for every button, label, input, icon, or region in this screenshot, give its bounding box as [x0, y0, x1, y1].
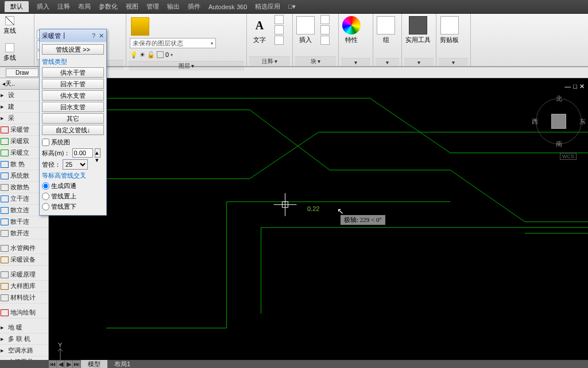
layer-current-combo[interactable]: 💡 ☀ 🔓 0 ▾	[130, 49, 173, 60]
menu-tab-manage[interactable]: 管理	[146, 2, 159, 11]
layout1-tab[interactable]: 布局1	[107, 360, 137, 369]
palette-item[interactable]: ▸多 联 机	[0, 334, 48, 345]
nav-next-icon[interactable]: ▶	[65, 361, 73, 368]
line-label: 直线	[3, 26, 16, 35]
leader-icon[interactable]	[274, 25, 284, 34]
pipe-type-label: 管线类型	[42, 57, 104, 66]
viewcube-south[interactable]: 南	[556, 140, 562, 148]
polyline-icon	[5, 43, 14, 52]
other-pipe-button[interactable]: 其它	[42, 113, 104, 124]
supply-main-button[interactable]: 供水干管	[42, 67, 104, 78]
nav-first-icon[interactable]: ⏮	[49, 361, 57, 368]
insert-button[interactable]: 插入	[295, 15, 316, 45]
menu-tab-view[interactable]: 视图	[126, 2, 138, 11]
panel-title-text: 采暖管┃	[42, 32, 67, 40]
viewcube-west[interactable]: 西	[532, 117, 538, 126]
wcs-label[interactable]: WCS	[560, 153, 577, 160]
return-branch-button[interactable]: 回水支管	[42, 102, 104, 112]
bulb-icon: 💡	[130, 51, 138, 59]
cross-under-radio[interactable]	[42, 203, 49, 210]
menu-tab-default[interactable]: 默认	[5, 1, 29, 12]
cross-4way-radio[interactable]	[42, 182, 49, 190]
pipe-settings-button[interactable]: 管线设置 >>	[42, 44, 104, 55]
nav-prev-icon[interactable]: ◀	[57, 361, 65, 368]
menu-tab-insert[interactable]: 插入	[37, 2, 49, 11]
dim-icon[interactable]	[274, 15, 284, 24]
annot-group-title[interactable]: 注释 ▾	[249, 56, 290, 66]
lock-icon: 🔓	[147, 51, 155, 59]
sun-icon: ☀	[140, 51, 145, 59]
elevation-spinner[interactable]: ▴▾	[95, 148, 100, 158]
cursor-arrow-icon: ↖	[337, 206, 344, 216]
palette-item[interactable]: 大样图库	[0, 281, 48, 292]
utilities-button[interactable]: 实用工具	[404, 15, 432, 45]
layers-icon[interactable]	[131, 17, 149, 36]
menu-tab-parametric[interactable]: 参数化	[99, 2, 118, 11]
viewcube-north[interactable]: 北	[556, 94, 562, 103]
palette-item[interactable]: ▸地 暖	[0, 322, 48, 334]
menu-tab-annotate[interactable]: 注释	[57, 2, 70, 11]
cross-over-radio[interactable]	[42, 193, 49, 200]
palette-item[interactable]: ▸空调水路	[0, 345, 48, 356]
view-cube[interactable]: 北 南 西 东	[533, 95, 585, 147]
menu-tab-layout[interactable]: 布局	[78, 2, 91, 11]
palette-item[interactable]: 采暖设备	[0, 254, 48, 266]
svg-text:Y: Y	[58, 343, 63, 348]
clipboard-button[interactable]: 剪贴板	[439, 15, 460, 45]
diameter-select[interactable]: 25	[63, 159, 88, 170]
menu-tab-autodesk360[interactable]: Autodesk 360	[208, 3, 247, 10]
supply-branch-button[interactable]: 供水支管	[42, 90, 104, 101]
color-wheel-icon	[342, 16, 361, 34]
layer-group-title[interactable]: 图层 ▾	[129, 61, 244, 71]
elevation-input[interactable]	[72, 148, 93, 158]
table-icon[interactable]	[274, 36, 284, 45]
attrib-icon[interactable]	[320, 36, 330, 45]
palette-item[interactable]: 材料统计	[0, 292, 48, 304]
drawing-canvas[interactable]: — □ ✕ 北 南 西 东 WCS 0.22 ↖ 极轴: 229 < 0° X …	[49, 78, 588, 360]
return-main-button[interactable]: 回水干管	[42, 79, 104, 89]
layer-color-swatch	[157, 51, 164, 58]
minimize-viewport-icon[interactable]: —	[564, 83, 571, 90]
line-icon	[5, 16, 14, 25]
system-diagram-checkbox[interactable]	[42, 139, 49, 146]
menu-tab-featured[interactable]: 精选应用	[255, 2, 280, 11]
palette-item[interactable]: 地沟绘制	[0, 307, 48, 319]
properties-button[interactable]: 特性	[341, 15, 362, 45]
layout-nav: ⏮ ◀ ▶ ⏭	[49, 361, 81, 368]
viewport-controls: — □ ✕	[564, 83, 585, 90]
close-viewport-icon[interactable]: ✕	[579, 83, 585, 90]
draw-tab[interactable]: Draw	[6, 68, 38, 77]
text-button[interactable]: A 文字	[249, 15, 270, 45]
layer-state-combo[interactable]: 未保存的图层状态▾	[130, 38, 216, 48]
line-button[interactable]: 直线	[2, 15, 17, 36]
nav-last-icon[interactable]: ⏭	[73, 361, 81, 368]
custom-pipe-button[interactable]: 自定义管线↓	[42, 125, 104, 135]
palette-item[interactable]: 散开连	[0, 228, 48, 239]
create-block-icon[interactable]	[320, 15, 330, 24]
text-icon: A	[250, 16, 269, 34]
polyline-label: 多线	[3, 53, 16, 62]
insert-icon	[296, 16, 315, 34]
menu-tab-plugins[interactable]: 插件	[188, 2, 200, 11]
viewcube-east[interactable]: 东	[579, 117, 586, 126]
palette-item[interactable]: 水管阀件	[0, 243, 48, 254]
polyline-button[interactable]: 多线	[2, 42, 17, 63]
palette-item[interactable]: ▸水管工具	[0, 356, 48, 360]
menu-extra-icon[interactable]: □▾	[288, 3, 296, 10]
layout-tabs: ⏮ ◀ ▶ ⏭ 模型 布局1	[49, 360, 588, 368]
maximize-viewport-icon[interactable]: □	[573, 83, 577, 90]
palette-item[interactable]: 散干连	[0, 216, 48, 228]
panel-titlebar[interactable]: 采暖管┃ ? ✕	[40, 29, 106, 42]
close-panel-icon[interactable]: ✕	[99, 32, 104, 40]
help-icon[interactable]: ?	[92, 32, 95, 40]
palette-item[interactable]: 采暖原理	[0, 269, 48, 281]
diameter-label: 管径：	[42, 160, 61, 169]
menu-tab-output[interactable]: 输出	[167, 2, 180, 11]
dynamic-dim-text: 0.22	[307, 205, 319, 213]
polar-tooltip: 极轴: 229 < 0°	[341, 215, 385, 225]
block-group-title[interactable]: 块 ▾	[295, 56, 336, 66]
edit-block-icon[interactable]	[320, 25, 330, 34]
model-tab[interactable]: 模型	[81, 360, 107, 369]
calculator-icon	[409, 16, 427, 34]
group-button[interactable]: 组	[376, 15, 396, 45]
